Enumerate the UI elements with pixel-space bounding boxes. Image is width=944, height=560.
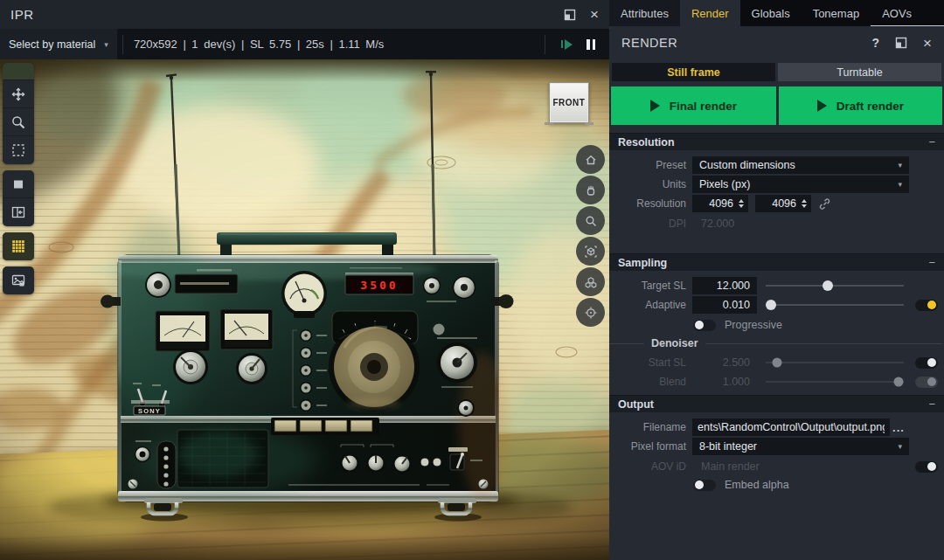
render-image[interactable]: 3500	[0, 59, 609, 560]
denoiser-subheader: Denoiser	[609, 335, 944, 351]
tab-tonemap[interactable]: Tonemap	[802, 0, 871, 26]
slider-knob[interactable]	[823, 280, 833, 291]
aov-id-row: AOV iD Main render	[609, 458, 944, 475]
embed-alpha-toggle[interactable]	[693, 480, 716, 491]
select-mode-dropdown[interactable]: Select by material ▾	[0, 29, 117, 59]
ipr-viewport: 3500	[0, 0, 609, 560]
texture-grid-button[interactable]	[3, 232, 34, 260]
section-resolution-header[interactable]: Resolution −	[609, 133, 944, 150]
link-icon[interactable]	[818, 197, 831, 211]
dock-panel-icon[interactable]	[564, 9, 576, 21]
width-spinner[interactable]	[692, 195, 748, 212]
filename-input[interactable]	[692, 418, 890, 436]
target-sl-input[interactable]	[692, 277, 757, 294]
save-image-icon	[10, 273, 26, 288]
close-icon[interactable]: ×	[923, 36, 932, 51]
ipr-toolbar: Select by material ▾ 720x592 | 1 dev(s) …	[0, 29, 609, 59]
final-render-button[interactable]: Final render	[611, 86, 776, 125]
render-stats: 720x592 | 1 dev(s) | SL 5.75 | 25s | 1.1…	[134, 38, 384, 51]
zoom-tool-button[interactable]	[3, 108, 34, 136]
preset-select[interactable]: Custom dimensions ▾	[692, 156, 909, 174]
dock-viewport-button[interactable]	[3, 198, 34, 226]
select-mode-label: Select by material	[9, 38, 95, 51]
region-select-tool-button[interactable]	[3, 136, 34, 164]
tab-attributes[interactable]: Attributes	[609, 0, 680, 26]
view-cube[interactable]: FRONT	[549, 82, 589, 123]
home-view-button[interactable]	[576, 145, 605, 174]
blend-slider[interactable]	[766, 381, 904, 383]
save-image-button[interactable]	[3, 266, 34, 294]
target-icon	[584, 306, 598, 320]
grid-icon	[10, 239, 26, 254]
hand-icon	[584, 183, 598, 197]
pixel-format-row: Pixel format 8-bit integer ▾	[609, 438, 944, 455]
blend-row: Blend 1.000	[609, 373, 944, 391]
render-panel: Attributes Render Globals Tonemap AOVs R…	[609, 0, 944, 560]
view-cube-label: FRONT	[553, 98, 586, 107]
browse-button[interactable]: ...	[890, 421, 907, 434]
close-icon[interactable]: ×	[590, 7, 599, 22]
adaptive-input[interactable]	[692, 296, 757, 314]
slider-knob[interactable]	[772, 358, 781, 368]
divider	[545, 35, 545, 54]
magnifier-icon	[584, 214, 598, 228]
blend-toggle[interactable]	[915, 377, 938, 388]
mode-tab-turntable[interactable]: Turntable	[778, 63, 941, 81]
zoom-view-button[interactable]	[576, 206, 605, 235]
cube-frame-icon	[584, 245, 598, 259]
tab-aovs[interactable]: AOVs	[871, 0, 923, 26]
collapse-icon[interactable]: −	[928, 256, 935, 269]
height-input[interactable]	[757, 195, 802, 212]
chevron-down-icon: ▾	[104, 40, 108, 49]
pan-view-button[interactable]	[576, 176, 605, 204]
width-input[interactable]	[694, 195, 739, 212]
aov-toggle[interactable]	[915, 461, 938, 473]
help-icon[interactable]: ?	[872, 36, 880, 50]
ipr-title: IPR	[10, 7, 34, 22]
spinner-arrows-icon[interactable]	[802, 199, 807, 208]
frame-scene-button[interactable]	[576, 267, 605, 296]
progressive-toggle[interactable]	[693, 320, 716, 331]
dock-panel-icon[interactable]	[895, 37, 907, 49]
pan-tool-button[interactable]	[3, 80, 34, 108]
select-tool-button[interactable]	[3, 63, 34, 80]
units-select[interactable]: Pixels (px) ▾	[692, 176, 909, 193]
section-sampling-header[interactable]: Sampling −	[609, 253, 944, 271]
focus-picker-button[interactable]	[576, 298, 605, 327]
section-output-header[interactable]: Output −	[609, 395, 944, 412]
collapse-icon[interactable]: −	[928, 398, 935, 411]
divider	[122, 35, 123, 54]
adaptive-slider[interactable]	[766, 304, 904, 306]
start-sl-slider[interactable]	[766, 362, 904, 363]
magnifier-icon	[10, 114, 26, 130]
vignette	[0, 59, 609, 560]
collapse-icon[interactable]: −	[928, 135, 935, 149]
pixel-format-select[interactable]: 8-bit integer ▾	[692, 438, 909, 455]
square-icon	[10, 176, 26, 192]
draft-render-button[interactable]: Draft render	[779, 86, 942, 125]
resume-render-icon[interactable]	[561, 39, 573, 50]
home-icon	[584, 153, 598, 167]
target-sl-slider[interactable]	[766, 285, 904, 287]
tab-render[interactable]: Render	[680, 0, 740, 26]
slider-knob[interactable]	[766, 300, 776, 310]
panel-title: RENDER	[621, 36, 677, 50]
render-region-button[interactable]	[3, 170, 34, 198]
tab-globals[interactable]: Globals	[740, 0, 802, 26]
start-sl-row: Start SL 2.500	[609, 354, 944, 371]
play-icon	[817, 100, 827, 112]
ipr-titlebar: IPR ×	[0, 0, 609, 29]
adaptive-toggle[interactable]	[915, 300, 938, 311]
mode-tab-still-frame[interactable]: Still frame	[612, 63, 775, 81]
spinner-arrows-icon[interactable]	[739, 199, 744, 208]
marquee-icon	[10, 142, 26, 158]
slider-knob[interactable]	[893, 377, 903, 387]
cubes-icon	[584, 275, 598, 289]
viewport-toolstrip	[3, 63, 34, 301]
height-spinner[interactable]	[755, 195, 811, 212]
start-sl-toggle[interactable]	[915, 357, 938, 369]
units-row: Units Pixels (px) ▾	[609, 176, 944, 193]
frame-object-button[interactable]	[576, 237, 605, 266]
dock-left-icon	[10, 204, 26, 220]
pause-render-icon[interactable]	[587, 39, 595, 50]
